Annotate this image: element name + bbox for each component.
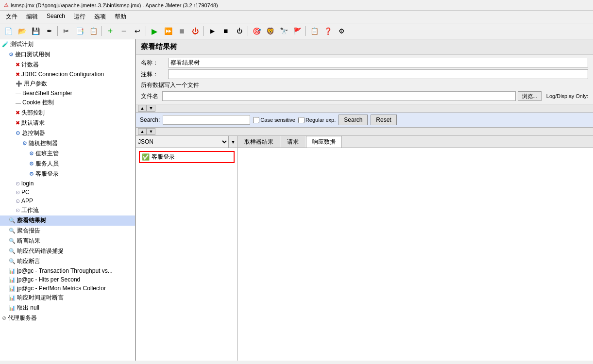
tree-icon-class-manager: ⚙ — [29, 150, 34, 157]
reset-button[interactable]: Reset — [371, 115, 396, 125]
tree-label-app: APP — [21, 198, 33, 204]
file-name-input[interactable] — [162, 91, 516, 101]
tree-item-beanshell-sampler[interactable]: —BeanShell Sampler — [0, 89, 135, 98]
menu-file[interactable]: 文件 — [2, 12, 21, 22]
tree-item-jp-perfmon[interactable]: 📊jp@gc - PerfMon Metrics Collector — [0, 284, 135, 293]
tree-item-jp-throughput[interactable]: 📊jp@gc - Transaction Throughput vs... — [0, 266, 135, 275]
tree-item-login[interactable]: ⊙login — [0, 179, 135, 188]
toolbar-list[interactable]: 📋 — [308, 25, 321, 37]
tree-item-view-result-tree[interactable]: 🔍察看结果树 — [0, 215, 135, 226]
scroll-up-btn2[interactable]: ▲ — [138, 128, 147, 135]
format-select[interactable]: JSON Text XML HTML Regexp Tester — [136, 136, 229, 148]
toolbar-remote-start[interactable]: ▶ — [206, 25, 219, 37]
tree-item-header-control[interactable]: ✖头部控制 — [0, 108, 135, 118]
tree-item-user-params[interactable]: ➕用户参数 — [0, 79, 135, 89]
toolbar-remove[interactable]: − — [118, 25, 130, 37]
toolbar-shutdown[interactable]: ⏻ — [189, 25, 202, 37]
toolbar-start-nopause[interactable]: ⏩ — [162, 25, 174, 37]
tree-label-view-result-tree: 察看结果树 — [17, 216, 46, 225]
toolbar-expand[interactable]: ↩ — [131, 25, 144, 37]
toolbar-sep5 — [248, 26, 248, 36]
toolbar-save[interactable]: 💾 — [29, 25, 42, 37]
tab-response-data[interactable]: 响应数据 — [306, 136, 342, 148]
browse-button[interactable]: 浏览... — [518, 91, 542, 101]
search-button[interactable]: Search — [339, 115, 368, 125]
toolbar-test1[interactable]: 🎯 — [250, 25, 263, 37]
menu-edit[interactable]: 编辑 — [22, 12, 42, 22]
tree-label-total-controller: 总控制器 — [22, 129, 45, 137]
toolbar-settings[interactable]: ⚙ — [335, 25, 348, 37]
pane-scroll-btn[interactable]: ▼ — [229, 136, 237, 148]
toolbar-copy[interactable]: 📑 — [73, 25, 86, 37]
detail-pane: 取样器结果 请求 响应数据 — [238, 136, 593, 361]
tree-icon-response-assert: 🔍 — [9, 258, 16, 265]
toolbar-stop[interactable]: ⏹ — [175, 25, 188, 37]
search-input[interactable] — [163, 115, 250, 125]
scroll-down-btn[interactable]: ▼ — [147, 105, 155, 112]
tree-item-service-person[interactable]: ⚙服务人员 — [0, 159, 135, 169]
toolbar-flag[interactable]: 🚩 — [291, 25, 304, 37]
toolbar-save-template[interactable]: ✏ — [43, 25, 55, 37]
tree-icon-cookie-control: — — [16, 100, 21, 106]
menu-options[interactable]: 选项 — [90, 12, 110, 22]
menu-help[interactable]: 帮助 — [111, 12, 130, 22]
tree-item-interface-test[interactable]: ⚙接口测试用例 — [0, 50, 135, 60]
tree-item-class-manager[interactable]: ⚙值班主管 — [0, 149, 135, 159]
case-sensitive-checkbox[interactable] — [253, 117, 259, 123]
tree-icon-response-code-error: 🔍 — [9, 248, 16, 254]
tree-item-aggregate-report[interactable]: 🔍聚合报告 — [0, 226, 135, 236]
tree-icon-service-person: ⚙ — [29, 161, 34, 167]
tree-icon-app: ⊙ — [16, 198, 20, 204]
tree-item-cookie-control[interactable]: —Cookie 控制 — [0, 98, 135, 108]
menu-run[interactable]: 运行 — [70, 12, 89, 22]
tree-item-response-code-error[interactable]: 🔍响应代码错误捕捉 — [0, 246, 135, 256]
name-input[interactable] — [168, 58, 588, 67]
tree-item-default-request[interactable]: ✖默认请求 — [0, 118, 135, 128]
result-tree-pane: JSON Text XML HTML Regexp Tester ▼ ✅ 客服登… — [136, 136, 238, 361]
tree-item-assert-results[interactable]: 🔍断言结果 — [0, 236, 135, 246]
tree-item-app[interactable]: ⊙APP — [0, 197, 135, 205]
scroll-down-btn2[interactable]: ▼ — [147, 128, 155, 135]
toolbar-start[interactable]: ▶ — [148, 25, 161, 37]
tree-icon-assert-results: 🔍 — [9, 238, 16, 244]
tree-icon-random-controller: ⚙ — [22, 140, 27, 147]
tree-icon-jp-hits: 📊 — [9, 277, 16, 283]
regex-checkbox[interactable] — [298, 117, 305, 123]
tree-item-random-controller[interactable]: ⚙随机控制器 — [0, 138, 135, 149]
tab-sampler-result[interactable]: 取样器结果 — [238, 136, 280, 148]
tree-icon-workflow: ⊙ — [16, 207, 20, 214]
toolbar-binoculars[interactable]: 🔭 — [277, 25, 290, 37]
toolbar-cut[interactable]: ✂ — [60, 25, 72, 37]
tree-item-total-controller[interactable]: ⚙总控制器 — [0, 128, 135, 138]
tree-item-jp-hits[interactable]: 📊jp@gc - Hits per Second — [0, 275, 135, 284]
toolbar-help[interactable]: ❓ — [322, 25, 334, 37]
tree-item-pc[interactable]: ⊙PC — [0, 188, 135, 197]
menu-bar: 文件 编辑 Search 运行 选项 帮助 — [0, 11, 593, 23]
toolbar-open[interactable]: 📂 — [16, 25, 28, 37]
tree-label-assert-results: 断言结果 — [17, 237, 40, 245]
menu-search[interactable]: Search — [43, 12, 69, 22]
file-name-label: 文件名 — [141, 92, 158, 100]
toolbar-paste[interactable]: 📋 — [87, 25, 100, 37]
tree-item-response-assert[interactable]: 🔍响应断言 — [0, 256, 135, 266]
tab-request[interactable]: 请求 — [281, 136, 305, 148]
toolbar-remote-shutdown[interactable]: ⏻ — [233, 25, 246, 37]
tree-item-customer-service[interactable]: ⚙客服登录 — [0, 169, 135, 179]
toolbar-new[interactable]: 📄 — [2, 25, 15, 37]
tree-item-proxy-server[interactable]: ⊘代理服务器 — [0, 313, 135, 323]
tree-icon-extract-null: 📊 — [9, 305, 16, 311]
result-item-customer-service[interactable]: ✅ 客服登录 — [139, 151, 235, 163]
comment-input[interactable] — [168, 69, 588, 79]
tree-item-jdbc-config[interactable]: ✖JDBC Connection Configuration — [0, 70, 135, 79]
tree-icon-default-request: ✖ — [16, 120, 20, 126]
tree-item-count[interactable]: ✖计数器 — [0, 60, 135, 70]
tree-item-workflow[interactable]: ⊙工作流 — [0, 205, 135, 215]
tree-item-extract-null[interactable]: 📊取出 null — [0, 303, 135, 313]
tree-item-response-time-assert[interactable]: 📊响应时间超时断言 — [0, 293, 135, 303]
toolbar-add[interactable]: + — [104, 25, 117, 37]
toolbar-remote-stop[interactable]: ⏹ — [220, 25, 232, 37]
scroll-up-btn[interactable]: ▲ — [138, 105, 147, 112]
toolbar-test2[interactable]: 🦁 — [264, 25, 276, 37]
tree-label-jdbc-config: JDBC Connection Configuration — [21, 71, 104, 78]
tree-item-test-plan[interactable]: 🧪测试计划 — [0, 39, 135, 50]
